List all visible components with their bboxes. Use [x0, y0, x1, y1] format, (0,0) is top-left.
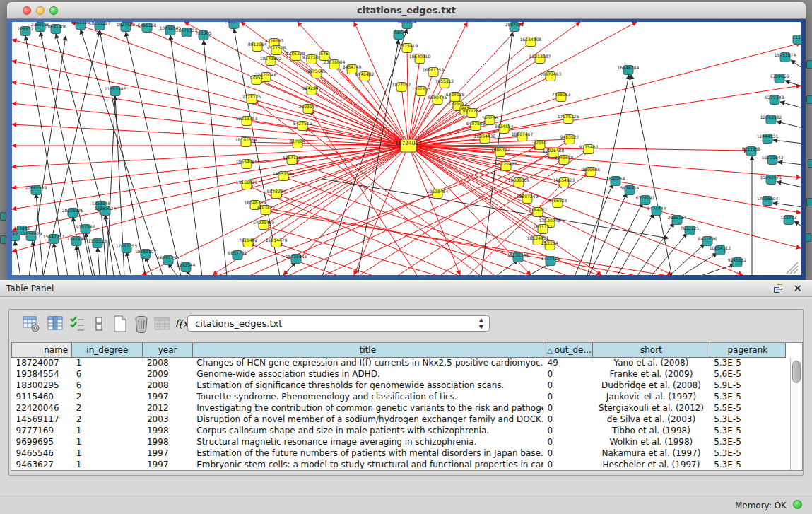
- table-cell[interactable]: 2008: [143, 357, 192, 368]
- red-edge[interactable]: [184, 22, 408, 146]
- table-cell[interactable]: 18724007: [12, 357, 72, 368]
- table-cell[interactable]: 1: [72, 448, 143, 459]
- black-edge[interactable]: [98, 247, 100, 275]
- table-row[interactable]: 946362711997Embryonic stem cells: a mode…: [12, 459, 786, 470]
- node-table-grid[interactable]: namein_degreeyeartitle△out_de...shortpag…: [11, 343, 786, 470]
- table-cell[interactable]: 2009: [143, 368, 192, 380]
- table-cell[interactable]: 5.6E-5: [710, 368, 785, 380]
- table-cell[interactable]: 5.3E-5: [710, 448, 785, 459]
- table-cell[interactable]: Investigating the contribution of common…: [192, 402, 543, 414]
- table-cell[interactable]: 0: [543, 459, 593, 470]
- red-edge[interactable]: [267, 211, 672, 275]
- table-row[interactable]: 969969511998Structural magnetic resonanc…: [12, 436, 786, 448]
- table-cell[interactable]: 6: [72, 380, 143, 391]
- table-cell[interactable]: Structural magnetic resonance image aver…: [192, 436, 543, 448]
- table-cell[interactable]: 9115460: [12, 391, 72, 402]
- table-cell[interactable]: 0: [543, 402, 593, 414]
- table-cell[interactable]: Tourette syndrome. Phenomenology and cla…: [192, 391, 543, 402]
- window-titlebar[interactable]: citations_edges.txt: [7, 2, 806, 19]
- table-cell[interactable]: 49: [543, 357, 593, 368]
- column-header-short[interactable]: short: [593, 343, 710, 357]
- table-cell[interactable]: Franke et al. (2009): [593, 368, 710, 380]
- table-options-icon[interactable]: [22, 315, 40, 333]
- table-cell[interactable]: 5.3E-5: [710, 357, 785, 368]
- table-cell[interactable]: 5.3E-5: [710, 414, 785, 425]
- table-cell[interactable]: 1: [72, 357, 143, 368]
- import-table-icon[interactable]: [153, 315, 172, 333]
- black-edge[interactable]: [605, 203, 642, 275]
- black-edge[interactable]: [777, 122, 801, 128]
- table-cell[interactable]: 14569117: [12, 414, 72, 425]
- table-cell[interactable]: 5.3E-5: [710, 459, 785, 470]
- table-cell[interactable]: 5.5E-5: [710, 402, 785, 414]
- table-cell[interactable]: 1: [72, 459, 143, 470]
- table-select-combobox[interactable]: citations_edges.txt ▲▼: [187, 315, 490, 332]
- table-cell[interactable]: 9463627: [12, 459, 72, 470]
- table-cell[interactable]: 5.3E-5: [710, 425, 785, 436]
- black-edge[interactable]: [780, 102, 801, 108]
- table-cell[interactable]: 2: [72, 414, 143, 425]
- scrollbar-thumb[interactable]: [792, 361, 801, 383]
- black-edge[interactable]: [791, 60, 801, 69]
- table-cell[interactable]: Nakamura et al. (1997): [593, 448, 710, 459]
- table-cell[interactable]: Estimation of the future numbers of pati…: [192, 448, 543, 459]
- network-canvas[interactable]: 2055722369156206914061883109106552871527…: [12, 22, 801, 275]
- table-cell[interactable]: 5.3E-5: [710, 436, 785, 448]
- column-header-out_de[interactable]: △out_de...: [543, 343, 593, 357]
- table-cell[interactable]: 19384554: [12, 368, 72, 380]
- show-columns-icon[interactable]: [69, 315, 87, 333]
- black-edge[interactable]: [107, 96, 115, 275]
- table-cell[interactable]: 1998: [143, 436, 192, 448]
- new-table-icon[interactable]: [111, 315, 129, 333]
- table-cell[interactable]: 6: [72, 368, 143, 380]
- column-header-title[interactable]: title: [192, 343, 543, 357]
- table-cell[interactable]: Stergiakouli et al. (2012): [593, 402, 710, 414]
- black-edge[interactable]: [589, 193, 627, 275]
- column-header-year[interactable]: year: [143, 343, 192, 357]
- red-edge[interactable]: [354, 146, 408, 275]
- close-panel-icon[interactable]: ✕: [793, 282, 802, 295]
- select-column-icon[interactable]: [46, 315, 64, 333]
- table-cell[interactable]: 1: [72, 425, 143, 436]
- row-height-icon[interactable]: [90, 315, 108, 333]
- table-cell[interactable]: 1: [72, 436, 143, 448]
- table-cell[interactable]: 1998: [143, 425, 192, 436]
- table-row[interactable]: 977716911998Corpus callosum shape and si…: [12, 425, 786, 436]
- red-edge[interactable]: [408, 146, 801, 248]
- table-cell[interactable]: de Silva et al. (2003): [593, 414, 710, 425]
- table-cell[interactable]: Dudbridge et al. (2008): [593, 380, 710, 391]
- table-cell[interactable]: 2: [72, 402, 143, 414]
- table-cell[interactable]: 5.9E-5: [710, 380, 785, 391]
- table-cell[interactable]: 0: [543, 380, 593, 391]
- table-cell[interactable]: 2: [72, 391, 143, 402]
- table-cell[interactable]: Changes of HCN gene expression and I(f) …: [192, 357, 543, 368]
- table-cell[interactable]: 18300295: [12, 380, 72, 391]
- table-cell[interactable]: Estimation of significance thresholds fo…: [192, 380, 543, 391]
- table-cell[interactable]: Disruption of a novel member of a sodium…: [192, 414, 543, 425]
- table-cell[interactable]: 1997: [143, 448, 192, 459]
- network-graph[interactable]: 2055722369156206914061883109106552871527…: [12, 22, 801, 275]
- table-row[interactable]: 1456911722003Disruption of a novel membe…: [12, 414, 786, 425]
- table-cell[interactable]: Genome-wide association studies in ADHD.: [192, 368, 543, 380]
- table-cell[interactable]: Hescheler et al. (1997): [593, 459, 710, 470]
- black-edge[interactable]: [651, 233, 687, 275]
- table-cell[interactable]: 0: [543, 436, 593, 448]
- table-cell[interactable]: 0: [543, 414, 593, 425]
- table-cell[interactable]: 9777169: [12, 425, 72, 436]
- red-edge[interactable]: [12, 146, 408, 167]
- black-edge[interactable]: [170, 35, 202, 275]
- table-cell[interactable]: 9465546: [12, 448, 72, 459]
- table-cell[interactable]: 9699695: [12, 436, 72, 448]
- red-edge[interactable]: [407, 48, 408, 146]
- table-cell[interactable]: 5.3E-5: [710, 391, 785, 402]
- table-row[interactable]: 1938455462009Genome-wide association stu…: [12, 368, 786, 380]
- black-edge[interactable]: [126, 252, 131, 275]
- table-row[interactable]: 1830029562008Estimation of significance …: [12, 380, 786, 391]
- table-cell[interactable]: 22420046: [12, 402, 72, 414]
- red-edge[interactable]: [265, 226, 440, 275]
- black-edge[interactable]: [146, 257, 153, 275]
- table-cell[interactable]: 0: [543, 368, 593, 380]
- table-cell[interactable]: 0: [543, 448, 593, 459]
- table-cell[interactable]: 1997: [143, 459, 192, 470]
- table-cell[interactable]: Jankovic et al. (1997): [593, 391, 710, 402]
